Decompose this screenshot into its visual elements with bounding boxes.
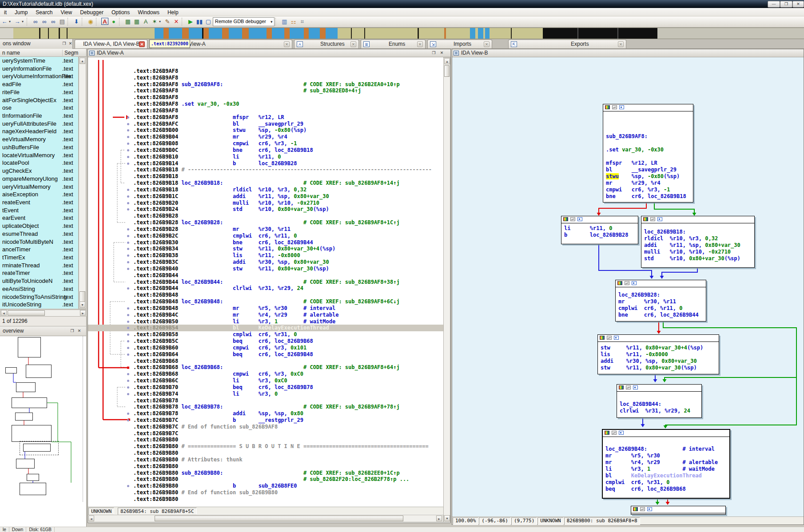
disasm-line[interactable]: .text:826B9B18 # -----------------------…	[88, 167, 443, 173]
disasm-line[interactable]: .text:826B9B10 li %r11, 0	[88, 154, 443, 160]
disasm-line[interactable]: .text:826B9B28 mr %r30, %r11	[88, 226, 443, 233]
node-edit-icon[interactable]	[570, 217, 575, 221]
ida-view-a-titlebar[interactable]: IDA View-A ❐ ✕	[88, 49, 450, 57]
disasm-line[interactable]: .text:826B9B40 stw %r11, 0x80+var_30(%sp…	[88, 266, 443, 272]
function-row[interactable]: eeVirtualMemory.text	[0, 135, 78, 143]
graph-node[interactable]: loc_826B9B44:clrlwi %r31, %r29, 24	[617, 384, 702, 418]
view-a-vertical-scrollbar[interactable]: ▲ ▼	[443, 57, 450, 522]
tab-close-icon[interactable]: ✕	[417, 41, 423, 47]
disasm-line[interactable]: .text:826B9B54 bl KeDelayExecutionThread	[88, 325, 443, 331]
tab-exports[interactable]: ⇱Exports✕	[508, 40, 626, 48]
node-frame-icon[interactable]	[657, 217, 662, 221]
add-name-icon[interactable]: A	[141, 17, 150, 26]
disasm-line[interactable]: .text:826B9B68 loc_826B9B68: # CODE XREF…	[88, 364, 443, 371]
function-row[interactable]: ose.text	[0, 104, 78, 112]
disasm-line[interactable]: .text:826B9B7C # End of function sub_826…	[88, 424, 443, 430]
node-frame-icon[interactable]	[577, 217, 582, 221]
graph-node[interactable]: li %r11, 0b loc_826B9B28	[561, 216, 638, 244]
disasm-line[interactable]: .text:826B9AF8	[88, 68, 443, 75]
float-window-icon[interactable]: ❐	[431, 50, 437, 56]
debug-stop-button[interactable]: ▢	[204, 17, 213, 26]
function-row[interactable]: ultiByteToUnicodeN.text	[0, 277, 78, 285]
ok-circle-icon[interactable]: ●	[109, 17, 118, 26]
column-function-name[interactable]: n name	[2, 50, 20, 56]
node-frame-icon[interactable]	[619, 431, 624, 435]
function-row[interactable]: eeAnsiString.text	[0, 285, 78, 293]
function-row[interactable]: uplicateObject.text	[0, 222, 78, 230]
view-a-horizontal-scrollbar[interactable]: ◄ ►	[88, 515, 443, 522]
disasm-line[interactable]: .text:826B9AF8 mfspr %r12, LR	[88, 114, 443, 121]
disasm-line[interactable]: .text:826B9B08 cmpwi cr6, %r3, -1	[88, 140, 443, 147]
menu-item-options[interactable]: Options	[107, 8, 134, 17]
disasm-line[interactable]: .text:826B9B68	[88, 358, 443, 365]
add-graph-icon[interactable]: ✶	[150, 17, 159, 26]
edit-pencil-icon[interactable]: ✎	[163, 17, 172, 26]
menu-item-view[interactable]: View	[56, 8, 76, 17]
disasm-line[interactable]: .text:826B9B48	[88, 292, 443, 298]
disasm-line[interactable]: .text:826B9B80 b sub_826B8FE0	[88, 483, 443, 489]
add-chart-2-icon[interactable]: ▦	[132, 17, 141, 26]
tab-ida-view-a-ida-view-b[interactable]: IDA View-A, IDA View-B✕	[75, 40, 147, 48]
function-row[interactable]: nageXexHeaderField.text	[0, 127, 78, 135]
node-color-icon[interactable]	[605, 431, 609, 435]
disasm-line[interactable]: .text:826B9B4C mr %r4, %r29 # alertable	[88, 312, 443, 318]
attach-process-icon[interactable]: ⚏	[289, 17, 298, 26]
node-frame-icon[interactable]	[619, 105, 624, 109]
add-graph-dropdown[interactable]: ▾	[159, 17, 163, 26]
graph-node[interactable]: stw %r11, 0x80+var_30+4(%sp)lis %r11, -0…	[597, 334, 719, 374]
maximize-button[interactable]: ❐	[780, 1, 792, 8]
delete-cross-icon[interactable]: ✕	[172, 17, 181, 26]
node-frame-icon[interactable]	[633, 385, 638, 389]
function-row[interactable]: ueryFullAttributesFile.text	[0, 120, 78, 128]
debugger-windows-icon[interactable]: ▥	[280, 17, 289, 26]
function-row[interactable]: ompareMemoryUlong.text	[0, 175, 78, 183]
node-edit-icon[interactable]	[650, 217, 655, 221]
disasm-line[interactable]: .text:826B9B78 loc_826B9B78: # CODE XREF…	[88, 404, 443, 410]
disasm-line[interactable]: .text:826B9B18 rldicl %r10, %r3, 0,32	[88, 187, 443, 193]
search-binoculars-3-icon[interactable]: ∞	[49, 17, 58, 26]
disasm-line[interactable]: .text:826B9B14 b loc_826B9B28	[88, 160, 443, 167]
functions-list-header[interactable]: n name Segm	[0, 49, 87, 57]
node-edit-icon[interactable]	[626, 385, 631, 389]
disasm-line[interactable]: .text:826B9B04 mr %r29, %r4	[88, 134, 443, 140]
title-bar[interactable]: D:\XexTutorial\default.idb (default.xex)…	[0, 0, 804, 8]
key-icon[interactable]: ◉	[86, 17, 95, 26]
disasm-line[interactable]: .text:826B9B2C cmplwi cr6, %r11, 0	[88, 233, 443, 239]
disasm-line[interactable]: .text:826B9B18 loc_826B9B18: # CODE XREF…	[88, 180, 443, 187]
disasm-line[interactable]: .text:826B9AF8 sub_826B9AF8: # CODE XREF…	[88, 81, 443, 88]
functions-list[interactable]: uerySystemTime.textueryInformationFile.t…	[0, 57, 79, 309]
disasm-line[interactable]: .text:826B9B44 loc_826B9B44: # CODE XREF…	[88, 279, 443, 286]
graph-node[interactable]: loc_826B9B18:rldicl %r10, %r3, 0,32addi …	[641, 216, 755, 268]
scroll-down-icon[interactable]: ▼	[444, 515, 450, 521]
menu-item-jump[interactable]: Jump	[11, 8, 32, 17]
function-row[interactable]: riteFile.text	[0, 88, 78, 96]
debug-play-button[interactable]: ▶	[186, 17, 195, 26]
tab-structures[interactable]: AStructures✕	[294, 40, 359, 48]
disasm-line[interactable]: .text:826B9AF8 # sub_826B2ED8+4↑j	[88, 87, 443, 94]
disasm-line[interactable]: .text:826B9B24 std %r10, 0x80+var_30(%sp…	[88, 206, 443, 213]
disasm-line[interactable]: .text:826B9B28 loc_826B9B28: # CODE XREF…	[88, 219, 443, 226]
forward-dropdown[interactable]: ▾	[22, 17, 26, 26]
disasm-line[interactable]: .text:826B9AF8	[88, 107, 443, 114]
menu-item-help[interactable]: Help	[163, 8, 183, 17]
function-row[interactable]: ueryVirtualMemory.text	[0, 183, 78, 191]
node-color-icon[interactable]	[605, 105, 610, 109]
back-button[interactable]: ←	[0, 17, 9, 26]
function-row[interactable]: reateTimer.text	[0, 269, 78, 277]
graph-node-titlebar[interactable]	[561, 216, 638, 223]
add-chart-1-icon[interactable]: ▦	[123, 17, 132, 26]
disasm-line[interactable]: .text:826B9B80 # End of function sub_826…	[88, 489, 443, 496]
graph-node-titlebar[interactable]	[603, 430, 729, 437]
scroll-up-icon[interactable]: ▲	[80, 58, 85, 64]
disasm-line[interactable]: .text:826B9B80	[88, 450, 443, 457]
scroll-right-icon[interactable]: ►	[436, 516, 442, 521]
node-frame-icon[interactable]	[614, 336, 619, 340]
disasm-line[interactable]: .text:826B9B80	[88, 463, 443, 470]
disasm-line[interactable]: .text:826B9B7C	[88, 430, 443, 437]
scroll-left-icon[interactable]: ◄	[88, 516, 94, 521]
disasm-line[interactable]: .text:826B9B80 sub_826B9B80: # CODE XREF…	[88, 470, 443, 476]
menu-item-windows[interactable]: Windows	[134, 8, 163, 17]
graph-node-titlebar[interactable]	[617, 385, 701, 392]
function-row[interactable]: aiseException.text	[0, 191, 78, 199]
disasm-line[interactable]: .text:826B9B5C beq cr6, loc_826B9B68	[88, 338, 443, 345]
